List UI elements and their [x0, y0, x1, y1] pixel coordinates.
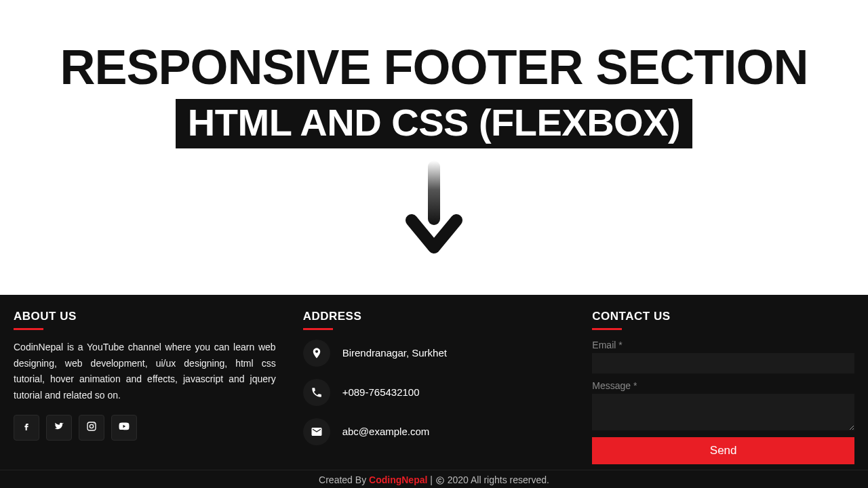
- separator: |: [427, 474, 435, 485]
- social-bar: [14, 415, 276, 441]
- about-body: CodinNepal is a YouTube channel where yo…: [14, 340, 276, 404]
- hero-banner: RESPONSIVE FOOTER SECTION HTML AND CSS (…: [0, 0, 868, 148]
- footer: ABOUT US CodinNepal is a YouTube channel…: [0, 295, 868, 488]
- address-column: ADDRESS Birendranagar, Surkhet +089-7654…: [303, 310, 566, 464]
- twitter-icon: [54, 421, 64, 434]
- svg-point-2: [90, 424, 93, 428]
- message-field[interactable]: [592, 394, 854, 430]
- about-column: ABOUT US CodinNepal is a YouTube channel…: [14, 310, 276, 464]
- svg-rect-0: [428, 161, 440, 225]
- twitter-button[interactable]: [46, 415, 72, 441]
- about-heading: ABOUT US: [14, 310, 276, 330]
- message-label: Message *: [592, 380, 854, 391]
- svg-rect-1: [87, 422, 96, 430]
- envelope-icon: [303, 418, 330, 445]
- svg-point-3: [94, 424, 94, 424]
- youtube-button[interactable]: [111, 415, 137, 441]
- hero-subtitle: HTML AND CSS (FLEXBOX): [176, 99, 692, 148]
- phone-icon: [303, 379, 330, 406]
- send-button[interactable]: Send: [592, 437, 854, 464]
- address-heading: ADDRESS: [303, 310, 566, 330]
- address-phone-row: +089-765432100: [303, 379, 566, 406]
- address-location: Birendranagar, Surkhet: [342, 347, 447, 359]
- email-label: Email *: [592, 340, 854, 350]
- footer-bottom-bar: Created By CodingNepal | 2020 All rights…: [0, 470, 868, 488]
- created-by-prefix: Created By: [319, 474, 369, 485]
- svg-point-4: [437, 477, 444, 485]
- brand-link[interactable]: CodingNepal: [369, 474, 427, 485]
- address-phone: +089-765432100: [342, 386, 420, 398]
- location-icon: [303, 340, 330, 367]
- contact-column: CONTACT US Email * Message * Send: [592, 310, 854, 464]
- address-email-row: abc@example.com: [303, 418, 566, 445]
- address-email: abc@example.com: [342, 426, 430, 437]
- instagram-icon: [86, 421, 97, 434]
- hero-title: RESPONSIVE FOOTER SECTION: [0, 39, 868, 95]
- email-field[interactable]: [592, 353, 854, 373]
- address-location-row: Birendranagar, Surkhet: [303, 340, 566, 367]
- instagram-button[interactable]: [79, 415, 104, 441]
- facebook-button[interactable]: [14, 415, 39, 441]
- rights-text: 2020 All rights reserved.: [445, 474, 549, 485]
- youtube-icon: [118, 420, 130, 435]
- contact-heading: CONTACT US: [592, 310, 854, 330]
- copyright-icon: [435, 476, 445, 485]
- down-arrow: [0, 161, 868, 256]
- facebook-icon: [21, 421, 32, 434]
